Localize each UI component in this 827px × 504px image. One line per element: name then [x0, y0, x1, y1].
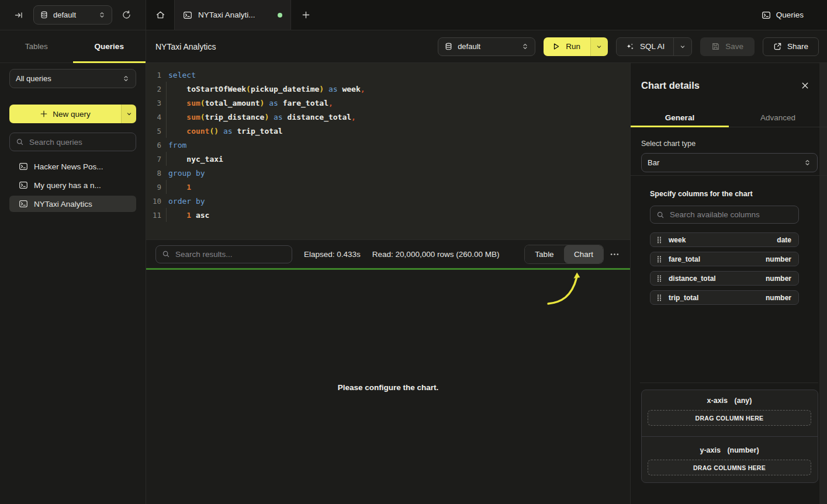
refresh-icon[interactable]	[122, 10, 132, 20]
code-line: 11 1 asc	[146, 208, 630, 222]
tab-advanced[interactable]: Advanced	[729, 108, 827, 127]
more-options-icon[interactable]	[608, 249, 621, 259]
column-row[interactable]: weekdate	[650, 232, 799, 247]
run-database-selector[interactable]: default	[438, 37, 535, 56]
chart-details-panel: Chart details General Advanced Select ch…	[630, 63, 827, 504]
column-list: weekdatefare_totalnumberdistance_totalnu…	[650, 232, 799, 305]
main-header: NYTaxi Analytics default	[146, 30, 827, 63]
share-label: Share	[787, 42, 808, 51]
search-icon	[162, 250, 170, 258]
new-tab-button[interactable]	[291, 0, 320, 30]
column-name: trip_total	[669, 294, 760, 302]
query-list: Hacker News Pos...My query has a n...NYT…	[9, 158, 136, 212]
sql-ai-dropdown[interactable]	[673, 38, 691, 55]
line-number: 9	[146, 183, 161, 192]
code-line: 2 toStartOfWeek(pickup_datetime) as week…	[146, 82, 630, 96]
search-icon	[16, 138, 24, 146]
view-toggle: TableChart	[524, 245, 604, 264]
queries-button[interactable]: Queries	[755, 0, 827, 30]
sidebar-tabs: Tables Queries	[0, 30, 146, 63]
line-number: 4	[146, 113, 161, 121]
code-line: 10order by	[146, 194, 630, 208]
column-name: fare_total	[669, 255, 760, 263]
tab-strip: NYTaxi Analyti... Queries	[146, 0, 827, 30]
collapse-sidebar-icon[interactable]	[14, 11, 23, 20]
chart-type-label: Select chart type	[631, 140, 827, 148]
share-button[interactable]: Share	[763, 37, 819, 56]
axis-divider	[640, 383, 818, 383]
database-selector[interactable]: default	[33, 5, 112, 25]
view-toggle-chart[interactable]: Chart	[564, 245, 603, 263]
column-name: week	[669, 236, 771, 244]
code-line: 7 nyc_taxi	[146, 152, 630, 166]
terminal-icon	[762, 11, 771, 20]
line-number: 10	[146, 197, 161, 206]
terminal-icon	[183, 11, 192, 20]
main-content: 1select2 toStartOfWeek(pickup_datetime) …	[146, 63, 827, 504]
new-query-dropdown[interactable]	[121, 105, 136, 123]
line-number: 6	[146, 141, 161, 150]
column-type: number	[766, 255, 791, 263]
y-axis-drop-zone[interactable]: DRAG COLUMNS HERE	[648, 460, 811, 475]
tab-general[interactable]: General	[631, 108, 729, 127]
column-type: number	[766, 274, 791, 283]
chart-type-select[interactable]: Bar	[641, 153, 818, 172]
y-axis-label: y-axis	[700, 446, 720, 454]
updown-chevron-icon	[98, 11, 106, 19]
query-list-item[interactable]: Hacker News Pos...	[9, 158, 136, 175]
new-query-button[interactable]: New query	[9, 105, 136, 123]
search-queries-placeholder: Search queries	[29, 138, 82, 147]
updown-chevron-icon	[521, 43, 529, 50]
query-name: Hacker News Pos...	[34, 162, 103, 171]
drag-handle-icon[interactable]	[656, 236, 663, 244]
view-toggle-table[interactable]: Table	[525, 245, 564, 263]
run-label: Run	[566, 42, 580, 51]
sql-ai-label: SQL AI	[640, 42, 665, 51]
tab-nytaxi-analytics[interactable]: NYTaxi Analyti...	[174, 0, 291, 30]
search-results-input[interactable]: Search results...	[155, 245, 292, 263]
x-axis-label: x-axis	[707, 397, 728, 405]
run-button-main[interactable]: Run	[544, 37, 590, 56]
sql-editor[interactable]: 1select2 toStartOfWeek(pickup_datetime) …	[146, 63, 630, 239]
run-button[interactable]: Run	[544, 37, 608, 56]
save-label: Save	[725, 42, 743, 51]
panel-tabs: General Advanced	[631, 108, 827, 127]
queries-button-label: Queries	[776, 11, 804, 19]
run-dropdown[interactable]	[590, 37, 608, 56]
line-number: 11	[146, 211, 161, 220]
column-row[interactable]: distance_totalnumber	[650, 271, 799, 286]
sidebar-content: All queries New query	[0, 63, 146, 220]
search-results-placeholder: Search results...	[175, 250, 233, 259]
workspace: 1select2 toStartOfWeek(pickup_datetime) …	[146, 63, 630, 504]
panel-body: Select chart type Bar Specify columns fo…	[631, 127, 827, 504]
x-axis-section: x-axis (any) DRAG COLUMN HERE	[642, 390, 818, 436]
code-text: select	[161, 71, 196, 79]
code-text: sum(trip_distance) as distance_total,	[161, 113, 356, 121]
chart-configure-message: Please configure the chart.	[146, 383, 630, 392]
column-row[interactable]: fare_totalnumber	[650, 252, 799, 266]
code-line: 5 count() as trip_total	[146, 124, 630, 138]
code-line: 3 sum(total_amount) as fare_total,	[146, 96, 630, 110]
close-icon[interactable]	[801, 81, 809, 90]
y-axis-hint: (number)	[727, 446, 759, 454]
query-list-item[interactable]: My query has a n...	[9, 177, 136, 193]
drag-handle-icon[interactable]	[656, 294, 663, 302]
save-button[interactable]: Save	[700, 37, 755, 56]
panel-header: Chart details	[631, 63, 827, 108]
tab-queries[interactable]: Queries	[73, 30, 146, 62]
drag-handle-icon[interactable]	[656, 255, 663, 263]
query-filter-select[interactable]: All queries	[9, 69, 136, 88]
home-button[interactable]	[146, 0, 174, 30]
x-axis-drop-zone[interactable]: DRAG COLUMN HERE	[648, 410, 811, 426]
save-icon	[711, 42, 720, 51]
new-query-main[interactable]: New query	[9, 105, 121, 123]
sql-ai-main[interactable]: SQL AI	[617, 38, 673, 55]
search-queries-input[interactable]: Search queries	[9, 133, 136, 151]
code-line: 4 sum(trip_distance) as distance_total,	[146, 110, 630, 124]
tab-tables[interactable]: Tables	[0, 30, 73, 62]
query-list-item[interactable]: NYTaxi Analytics	[9, 196, 136, 212]
sql-ai-button[interactable]: SQL AI	[616, 37, 692, 56]
drag-handle-icon[interactable]	[656, 274, 663, 283]
search-columns-input[interactable]: Search available columns	[650, 206, 799, 224]
column-row[interactable]: trip_totalnumber	[650, 290, 799, 305]
